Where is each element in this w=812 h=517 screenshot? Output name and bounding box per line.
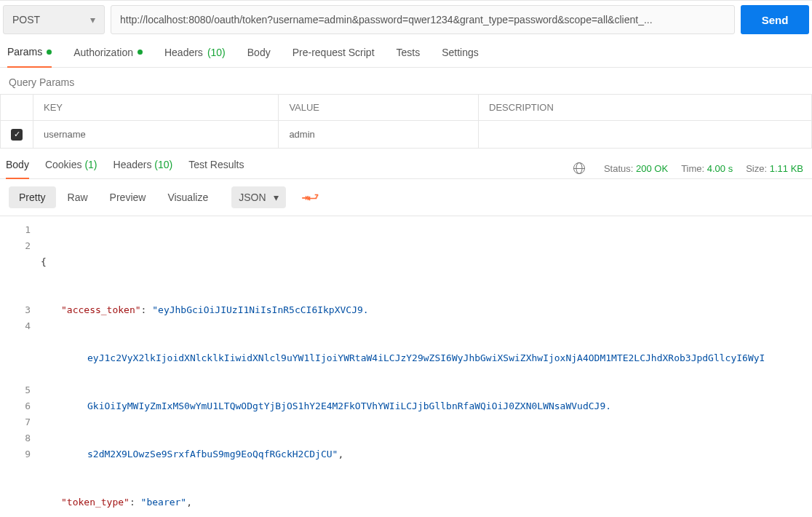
col-key: KEY	[33, 95, 279, 121]
tab-label: Headers	[164, 47, 203, 58]
view-pretty[interactable]: Pretty	[9, 186, 56, 208]
json-string-cont: eyJ1c2VyX2lkIjoidXNlcklkIiwidXNlcl9uYW1l…	[41, 350, 812, 366]
size-label: Size:	[746, 163, 767, 174]
view-preview[interactable]: Preview	[100, 186, 156, 208]
tab-settings[interactable]: Settings	[442, 46, 479, 67]
query-params-heading: Query Params	[0, 68, 812, 94]
line-number-gutter: 123456789	[0, 222, 41, 518]
param-description[interactable]	[479, 121, 812, 149]
time-label: Time:	[681, 163, 704, 174]
row-checkbox-cell[interactable]: ✓	[1, 121, 33, 149]
send-button[interactable]: Send	[741, 5, 809, 34]
tab-label: Headers	[114, 159, 152, 170]
response-tabs: Body Cookies (1) Headers (10) Test Resul…	[6, 159, 244, 178]
json-string: "bearer"	[141, 497, 187, 508]
col-description: DESCRIPTION	[479, 95, 812, 121]
status-value: 200 OK	[636, 163, 668, 174]
response-tab-headers[interactable]: Headers (10)	[114, 159, 173, 178]
tab-prerequest[interactable]: Pre-request Script	[292, 46, 375, 67]
col-checkbox	[1, 95, 33, 121]
format-select[interactable]: JSON ▾	[231, 186, 285, 208]
request-bar: POST ▾ http://localhost:8080/oauth/token…	[0, 0, 812, 34]
table-row: ✓ username admin	[1, 121, 812, 149]
chevron-down-icon: ▾	[274, 192, 279, 203]
col-value: VALUE	[279, 95, 479, 121]
tab-params[interactable]: Params	[7, 46, 52, 68]
chevron-down-icon: ▾	[90, 14, 95, 25]
view-visualize[interactable]: Visualize	[157, 186, 218, 208]
size: Size: 1.11 KB	[746, 163, 803, 174]
tab-label: Authorization	[73, 47, 133, 58]
active-dot-icon	[138, 50, 143, 55]
url-input[interactable]: http://localhost:8080/oauth/token?userna…	[111, 5, 735, 34]
response-header: Body Cookies (1) Headers (10) Test Resul…	[0, 149, 812, 179]
response-tab-body[interactable]: Body	[6, 159, 29, 179]
active-dot-icon	[47, 50, 52, 55]
tab-authorization[interactable]: Authorization	[73, 46, 143, 67]
tab-headers[interactable]: Headers (10)	[164, 46, 226, 67]
json-key: "access_token"	[61, 304, 141, 315]
tab-label: Cookies	[45, 159, 82, 170]
format-value: JSON	[239, 192, 266, 203]
tab-count: (1)	[84, 159, 97, 170]
time-value: 4.00 s	[707, 163, 733, 174]
wrap-lines-button[interactable]: ⇥⮐	[298, 186, 322, 208]
status: Status: 200 OK	[604, 163, 668, 174]
tab-body[interactable]: Body	[247, 46, 271, 67]
response-tab-tests[interactable]: Test Results	[188, 159, 244, 178]
globe-icon[interactable]	[573, 162, 585, 174]
size-value: 1.11 KB	[770, 163, 803, 174]
json-string: "eyJhbGciOiJIUzI1NiIsInR5cCI6IkpXVCJ9.	[152, 304, 368, 315]
tab-label: Params	[7, 46, 42, 58]
param-value[interactable]: admin	[279, 121, 479, 149]
code-lines: { "access_token": "eyJhbGciOiJIUzI1NiIsI…	[41, 222, 812, 518]
json-string-cont: GkiOiIyMWIyZmIxMS0wYmU1LTQwODgtYjBjOS1hY…	[41, 398, 812, 414]
tab-tests[interactable]: Tests	[397, 46, 421, 67]
tab-count: (10)	[207, 47, 226, 58]
status-label: Status:	[604, 163, 633, 174]
http-method-select[interactable]: POST ▾	[3, 5, 105, 34]
http-method-value: POST	[12, 14, 40, 25]
json-key: "token_type"	[61, 497, 130, 508]
response-body-code[interactable]: 123456789 { "access_token": "eyJhbGciOiJ…	[0, 216, 812, 518]
response-tab-cookies[interactable]: Cookies (1)	[45, 159, 97, 178]
wrap-icon: ⇥⮐	[302, 190, 318, 204]
response-body-toolbar: Pretty Raw Preview Visualize JSON ▾ ⇥⮐	[0, 179, 812, 216]
tab-count: (10)	[154, 159, 172, 170]
checkbox-checked-icon[interactable]: ✓	[11, 129, 23, 141]
view-raw[interactable]: Raw	[57, 186, 98, 208]
response-meta: Status: 200 OK Time: 4.00 s Size: 1.11 K…	[573, 162, 803, 174]
time: Time: 4.00 s	[681, 163, 733, 174]
json-string-cont: s2dM2X9LOwzSe9SrxfAfbuS9mg9EoQqfRGckH2CD…	[87, 449, 338, 459]
request-tabs: Params Authorization Headers (10) Body P…	[0, 34, 812, 68]
brace-open: {	[41, 256, 47, 267]
param-key[interactable]: username	[33, 121, 279, 149]
query-params-table: KEY VALUE DESCRIPTION ✓ username admin	[0, 94, 812, 149]
